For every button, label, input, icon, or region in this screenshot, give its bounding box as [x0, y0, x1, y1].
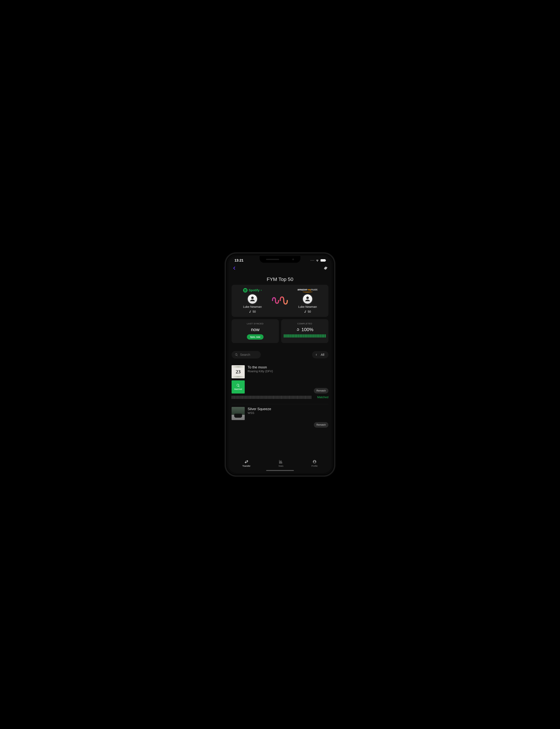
music-note-icon: [249, 311, 252, 313]
last-synced-value: now: [251, 327, 260, 332]
source-user: Luke Newman: [243, 305, 262, 309]
source-avatar[interactable]: [248, 295, 257, 304]
person-icon: [304, 296, 311, 303]
matched-tile[interactable]: Matched: [232, 380, 245, 393]
sort-updown-icon: [315, 354, 318, 356]
status-time: 13:21: [235, 258, 243, 263]
gear-icon: [324, 266, 328, 270]
source-provider: Spotify: [249, 289, 260, 292]
music-note-icon: [304, 311, 307, 313]
tab-label: Transfer: [242, 465, 250, 467]
filter-select[interactable]: All: [312, 351, 328, 359]
last-synced-card: LAST SYNCED now Sync. now: [232, 319, 279, 343]
search-row: All: [232, 351, 328, 359]
track-row[interactable]: 23 To the moon Roaring Kitty (DFV) Match…: [232, 363, 328, 401]
spotify-logo-icon: Spotify®: [243, 288, 262, 293]
stats-icon: [279, 460, 283, 464]
completed-card: COMPLETED 100%: [281, 319, 328, 343]
phone-frame: 13:21 FYM Top 50: [225, 252, 335, 477]
track-title: To the moon: [248, 365, 328, 369]
rematch-button[interactable]: Rematch: [314, 388, 328, 393]
target-user: Luke Newman: [298, 305, 317, 309]
target-provider-2: music: [311, 288, 318, 291]
track-title: Silver Squeeze: [248, 407, 328, 411]
track-cover: [232, 407, 245, 420]
services-card: Spotify® Luke Newman 50: [232, 285, 328, 317]
transfer-icon: [244, 460, 249, 464]
search-input-wrap[interactable]: [232, 351, 261, 359]
header: [228, 265, 332, 272]
target-service: amazon music Luke Newman: [290, 288, 325, 313]
profile-icon: [313, 460, 317, 464]
target-track-count: 50: [304, 310, 311, 313]
battery-icon: [321, 259, 325, 262]
source-service: Spotify® Luke Newman 50: [235, 288, 270, 313]
refresh-icon: [296, 328, 300, 332]
track-progress-row: Matched: [232, 395, 328, 399]
completed-label: COMPLETED: [297, 323, 312, 325]
filter-value: All: [321, 353, 324, 357]
person-icon: [249, 296, 256, 303]
search-input[interactable]: [240, 353, 256, 357]
home-indicator: [266, 470, 294, 471]
chevron-left-icon: [232, 266, 236, 270]
tab-stats[interactable]: Stats: [278, 460, 283, 467]
notch: [260, 256, 300, 263]
rematch-button[interactable]: Rematch: [314, 422, 328, 427]
page-title: FYM Top 50: [228, 272, 332, 285]
amazon-music-logo-icon: amazon music: [297, 288, 318, 292]
track-row[interactable]: Silver Squeeze WSS Rematch: [232, 404, 328, 430]
tab-label: Stats: [278, 465, 283, 467]
completed-progress: [284, 334, 326, 338]
settings-button[interactable]: [324, 266, 328, 271]
cellular-dots-icon: [310, 260, 314, 261]
sync-now-button[interactable]: Sync. now: [247, 334, 263, 340]
search-icon: [235, 353, 238, 356]
track-status: Matched: [314, 395, 328, 399]
track-cover: 23: [232, 365, 245, 378]
target-provider-1: amazon: [297, 288, 307, 291]
source-track-count: 50: [249, 310, 256, 313]
track-progress: [232, 396, 311, 399]
content: Spotify® Luke Newman 50: [228, 285, 332, 473]
tab-label: Profile: [311, 465, 318, 467]
search-icon: [236, 383, 240, 387]
track-artist: Roaring Kitty (DFV): [248, 369, 328, 373]
screen: 13:21 FYM Top 50: [228, 256, 332, 473]
status-right: [310, 259, 325, 262]
tab-transfer[interactable]: Transfer: [242, 460, 250, 467]
tab-profile[interactable]: Profile: [311, 460, 318, 467]
target-avatar[interactable]: [303, 295, 312, 304]
back-button[interactable]: [232, 266, 236, 271]
transfer-wave-icon: [271, 296, 289, 306]
last-synced-label: LAST SYNCED: [247, 323, 264, 325]
completed-value: 100%: [296, 327, 313, 332]
wifi-icon: [316, 259, 319, 262]
track-artist: WSS: [248, 411, 328, 415]
stats-row: LAST SYNCED now Sync. now COMPLETED 100%: [232, 319, 328, 343]
